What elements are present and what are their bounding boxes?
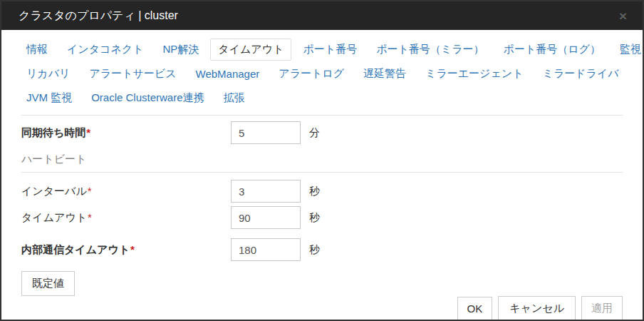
timeout-settings-form: 同期待ち時間* 分 ハートビート インターバル* 秒 タイムアウト* 秒 内部通… xyxy=(1,116,643,296)
internal-comm-timeout-label: 内部通信タイムアウト* xyxy=(21,243,231,257)
tab-np-resolution[interactable]: NP解決 xyxy=(155,39,207,61)
heartbeat-interval-input[interactable] xyxy=(231,180,301,203)
tab-port-no-mirror[interactable]: ポート番号（ミラー） xyxy=(368,39,492,61)
sync-wait-time-row: 同期待ち時間* 分 xyxy=(21,121,623,144)
internal-comm-timeout-input[interactable] xyxy=(231,238,301,261)
sync-wait-time-unit: 分 xyxy=(309,126,320,140)
required-asterisk: * xyxy=(86,126,90,138)
dialog-titlebar: クラスタのプロパティ | cluster × xyxy=(1,1,643,30)
heartbeat-section-divider xyxy=(21,172,623,173)
tab-jvm-monitor[interactable]: JVM 監視 xyxy=(19,87,80,109)
tab-oracle-clusterware[interactable]: Oracle Clusterware連携 xyxy=(83,87,212,109)
tab-alert-service[interactable]: アラートサービス xyxy=(81,63,184,85)
cancel-button[interactable]: キャンセル xyxy=(498,296,576,321)
heartbeat-timeout-label-text: タイムアウト xyxy=(21,211,87,223)
tab-port-no-log[interactable]: ポート番号（ログ） xyxy=(496,39,608,61)
internal-comm-timeout-label-text: 内部通信タイムアウト xyxy=(21,243,130,255)
sync-wait-time-input[interactable] xyxy=(231,121,301,144)
required-asterisk: * xyxy=(88,185,92,197)
tab-row-1: 情報 インタコネクト NP解決 タイムアウト ポート番号 ポート番号（ミラー） … xyxy=(19,39,625,61)
tab-mirror-agent[interactable]: ミラーエージェント xyxy=(417,63,531,85)
close-icon[interactable]: × xyxy=(619,9,627,23)
tab-interconnect[interactable]: インタコネクト xyxy=(59,39,151,61)
required-asterisk: * xyxy=(130,243,135,255)
tab-bar: 情報 インタコネクト NP解決 タイムアウト ポート番号 ポート番号（ミラー） … xyxy=(1,30,643,111)
dialog-title: クラスタのプロパティ | cluster xyxy=(19,9,178,24)
dialog-footer: OK キャンセル 適用 xyxy=(1,296,643,321)
internal-comm-timeout-row: 内部通信タイムアウト* 秒 xyxy=(21,238,623,261)
tab-webmanager[interactable]: WebManager xyxy=(188,63,268,84)
heartbeat-interval-unit: 秒 xyxy=(309,185,320,198)
heartbeat-timeout-unit: 秒 xyxy=(309,211,320,225)
heartbeat-interval-row: インターバル* 秒 xyxy=(21,180,623,203)
heartbeat-interval-label-text: インターバル xyxy=(21,185,87,197)
tab-monitor[interactable]: 監視 xyxy=(612,39,644,61)
tab-info[interactable]: 情報 xyxy=(19,39,56,61)
required-asterisk: * xyxy=(88,211,92,223)
apply-button[interactable]: 適用 xyxy=(581,296,623,321)
tab-mirror-driver[interactable]: ミラードライバ xyxy=(535,63,627,85)
heartbeat-interval-label: インターバル* xyxy=(21,185,231,198)
heartbeat-timeout-input[interactable] xyxy=(231,206,301,229)
tab-timeout[interactable]: タイムアウト xyxy=(210,39,291,61)
cluster-properties-dialog: クラスタのプロパティ | cluster × 情報 インタコネクト NP解決 タ… xyxy=(0,0,644,321)
tab-row-2: リカバリ アラートサービス WebManager アラートログ 遅延警告 ミラー… xyxy=(19,63,625,85)
sync-wait-time-label-text: 同期待ち時間 xyxy=(21,126,85,138)
heartbeat-timeout-label: タイムアウト* xyxy=(21,211,231,225)
tab-delay-warning[interactable]: 遅延警告 xyxy=(355,63,414,85)
tab-port-no[interactable]: ポート番号 xyxy=(295,39,365,61)
heartbeat-timeout-row: タイムアウト* 秒 xyxy=(21,206,623,229)
tab-extension[interactable]: 拡張 xyxy=(216,87,253,109)
sync-wait-time-label: 同期待ち時間* xyxy=(21,126,231,140)
default-values-button[interactable]: 既定値 xyxy=(21,271,75,296)
heartbeat-section-heading: ハートビート xyxy=(21,153,623,166)
internal-comm-timeout-unit: 秒 xyxy=(309,243,320,257)
ok-button[interactable]: OK xyxy=(457,297,493,320)
tab-alert-log[interactable]: アラートログ xyxy=(271,63,352,85)
tab-recovery[interactable]: リカバリ xyxy=(19,63,78,85)
tab-row-3: JVM 監視 Oracle Clusterware連携 拡張 xyxy=(19,87,625,109)
